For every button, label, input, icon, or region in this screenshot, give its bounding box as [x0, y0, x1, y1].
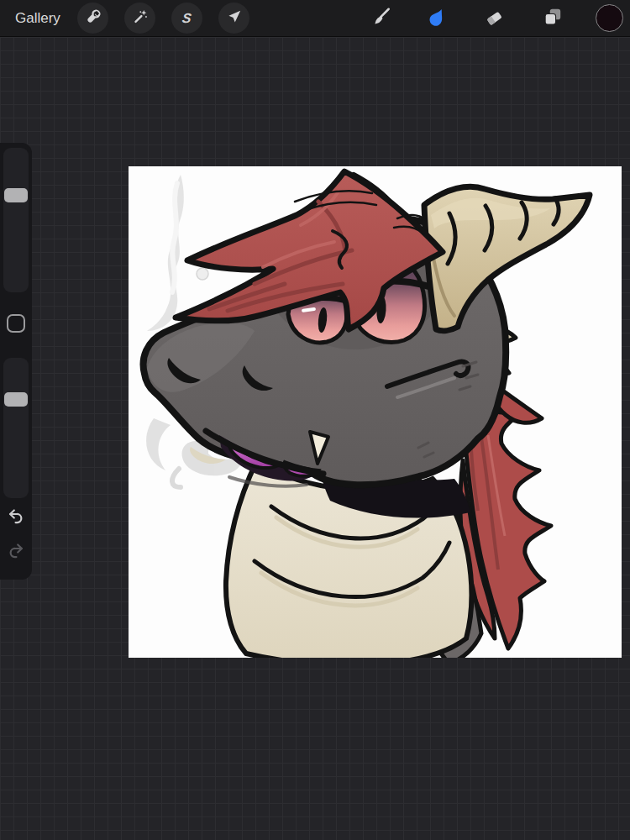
modify-button[interactable] — [7, 314, 25, 333]
redo-arrow-icon — [7, 542, 25, 564]
magic-wand-icon — [131, 8, 150, 29]
smudge-tool-button[interactable] — [425, 7, 449, 30]
wrench-icon — [84, 8, 102, 29]
adjustments-button[interactable] — [124, 3, 155, 34]
gallery-button[interactable]: Gallery — [15, 0, 60, 37]
undo-button[interactable] — [7, 509, 25, 528]
drawing-canvas[interactable] — [129, 166, 622, 658]
actions-button[interactable] — [77, 3, 108, 34]
transform-button[interactable] — [218, 3, 249, 34]
artwork-dragon — [129, 166, 622, 658]
opacity-handle[interactable] — [4, 392, 28, 407]
brush-size-handle[interactable] — [4, 188, 28, 202]
undo-arrow-icon — [7, 507, 25, 529]
layers-button[interactable] — [541, 7, 564, 30]
transform-arrow-icon — [225, 8, 244, 29]
paint-tool-button[interactable] — [370, 7, 393, 30]
brush-size-slider[interactable] — [3, 148, 29, 292]
color-swatch-circle[interactable] — [596, 4, 623, 32]
smudge-finger-icon — [426, 6, 449, 32]
erase-tool-button[interactable] — [482, 7, 506, 30]
procreate-window: Gallery — [0, 0, 630, 840]
top-toolbar: Gallery — [0, 0, 630, 37]
layers-icon — [542, 6, 564, 31]
opacity-slider[interactable] — [3, 358, 29, 498]
selection-button[interactable]: S — [171, 3, 202, 34]
paintbrush-icon — [370, 6, 392, 31]
brush-sidebar — [0, 143, 32, 580]
selection-s-icon: S — [181, 11, 192, 26]
redo-button[interactable] — [7, 543, 25, 562]
eraser-icon — [483, 6, 505, 31]
